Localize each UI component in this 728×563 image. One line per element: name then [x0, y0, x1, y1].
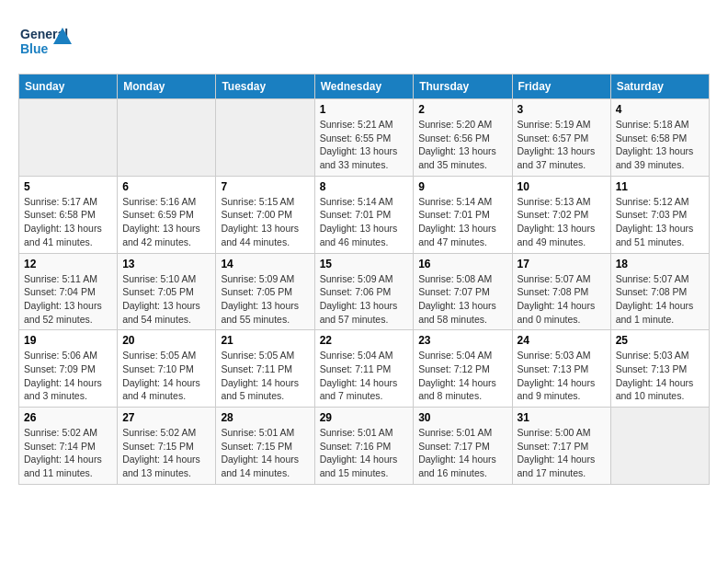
- day-detail: Sunrise: 5:12 AMSunset: 7:03 PMDaylight:…: [616, 195, 704, 249]
- day-number: 18: [616, 258, 704, 270]
- day-number: 24: [518, 334, 606, 347]
- calendar-week-row: 1Sunrise: 5:21 AMSunset: 6:55 PMDaylight…: [19, 99, 710, 177]
- day-detail: Sunrise: 5:00 AMSunset: 7:17 PMDaylight:…: [518, 426, 606, 480]
- calendar-cell: [610, 408, 709, 485]
- calendar-cell: [118, 99, 216, 177]
- day-number: 14: [221, 258, 309, 270]
- day-detail: Sunrise: 5:19 AMSunset: 6:57 PMDaylight:…: [518, 118, 606, 172]
- day-number: 2: [418, 103, 506, 116]
- day-detail: Sunrise: 5:05 AMSunset: 7:11 PMDaylight:…: [221, 349, 309, 403]
- logo-icon: General Blue: [18, 18, 74, 64]
- day-number: 15: [320, 258, 409, 270]
- calendar-cell: 30Sunrise: 5:01 AMSunset: 7:17 PMDayligh…: [414, 408, 512, 485]
- calendar-cell: 10Sunrise: 5:13 AMSunset: 7:02 PMDayligh…: [512, 176, 610, 253]
- day-number: 8: [320, 180, 409, 193]
- day-detail: Sunrise: 5:20 AMSunset: 6:56 PMDaylight:…: [418, 118, 506, 172]
- weekday-header-row: SundayMondayTuesdayWednesdayThursdayFrid…: [19, 75, 710, 99]
- day-number: 29: [320, 411, 409, 424]
- calendar-cell: 9Sunrise: 5:14 AMSunset: 7:01 PMDaylight…: [414, 176, 512, 253]
- day-number: 30: [418, 411, 506, 424]
- calendar-cell: 11Sunrise: 5:12 AMSunset: 7:03 PMDayligh…: [610, 176, 709, 253]
- day-detail: Sunrise: 5:14 AMSunset: 7:01 PMDaylight:…: [418, 195, 506, 249]
- calendar-cell: 3Sunrise: 5:19 AMSunset: 6:57 PMDaylight…: [512, 99, 610, 177]
- weekday-header-cell: Tuesday: [216, 75, 314, 99]
- day-detail: Sunrise: 5:21 AMSunset: 6:55 PMDaylight:…: [320, 118, 409, 172]
- calendar-table: SundayMondayTuesdayWednesdayThursdayFrid…: [18, 74, 710, 485]
- calendar-cell: 17Sunrise: 5:07 AMSunset: 7:08 PMDayligh…: [512, 253, 610, 330]
- calendar-cell: [216, 99, 314, 177]
- day-number: 4: [616, 103, 704, 116]
- day-number: 1: [320, 103, 409, 116]
- calendar-cell: 4Sunrise: 5:18 AMSunset: 6:58 PMDaylight…: [610, 99, 709, 177]
- day-detail: Sunrise: 5:01 AMSunset: 7:16 PMDaylight:…: [320, 426, 409, 480]
- day-detail: Sunrise: 5:09 AMSunset: 7:05 PMDaylight:…: [221, 272, 309, 327]
- day-detail: Sunrise: 5:07 AMSunset: 7:08 PMDaylight:…: [616, 272, 704, 327]
- calendar-week-row: 19Sunrise: 5:06 AMSunset: 7:09 PMDayligh…: [19, 330, 710, 408]
- day-number: 21: [221, 334, 309, 347]
- weekday-header-cell: Wednesday: [314, 75, 414, 99]
- day-number: 27: [122, 411, 210, 424]
- calendar-cell: 1Sunrise: 5:21 AMSunset: 6:55 PMDaylight…: [314, 99, 414, 177]
- calendar-cell: 19Sunrise: 5:06 AMSunset: 7:09 PMDayligh…: [19, 330, 118, 408]
- calendar-cell: 28Sunrise: 5:01 AMSunset: 7:15 PMDayligh…: [216, 408, 314, 485]
- day-number: 3: [518, 103, 606, 116]
- day-detail: Sunrise: 5:04 AMSunset: 7:11 PMDaylight:…: [320, 349, 409, 403]
- calendar-cell: 6Sunrise: 5:16 AMSunset: 6:59 PMDaylight…: [118, 176, 216, 253]
- day-number: 28: [221, 411, 309, 424]
- calendar-cell: 15Sunrise: 5:09 AMSunset: 7:06 PMDayligh…: [314, 253, 414, 330]
- day-number: 22: [320, 334, 409, 347]
- calendar-week-row: 12Sunrise: 5:11 AMSunset: 7:04 PMDayligh…: [19, 253, 710, 330]
- calendar-cell: [19, 99, 118, 177]
- day-number: 13: [122, 258, 210, 270]
- day-number: 23: [418, 334, 506, 347]
- calendar-cell: 8Sunrise: 5:14 AMSunset: 7:01 PMDaylight…: [314, 176, 414, 253]
- day-number: 10: [518, 180, 606, 193]
- weekday-header-cell: Friday: [512, 75, 610, 99]
- day-detail: Sunrise: 5:01 AMSunset: 7:17 PMDaylight:…: [418, 426, 506, 480]
- calendar-cell: 18Sunrise: 5:07 AMSunset: 7:08 PMDayligh…: [610, 253, 709, 330]
- logo: General Blue: [18, 18, 74, 64]
- day-detail: Sunrise: 5:18 AMSunset: 6:58 PMDaylight:…: [616, 118, 704, 172]
- weekday-header-cell: Thursday: [414, 75, 512, 99]
- calendar-cell: 29Sunrise: 5:01 AMSunset: 7:16 PMDayligh…: [314, 408, 414, 485]
- calendar-cell: 23Sunrise: 5:04 AMSunset: 7:12 PMDayligh…: [414, 330, 512, 408]
- page-header: General Blue: [18, 18, 710, 64]
- day-detail: Sunrise: 5:07 AMSunset: 7:08 PMDaylight:…: [518, 272, 606, 327]
- day-detail: Sunrise: 5:13 AMSunset: 7:02 PMDaylight:…: [518, 195, 606, 249]
- svg-text:Blue: Blue: [20, 41, 49, 56]
- day-number: 26: [24, 411, 112, 424]
- day-number: 16: [418, 258, 506, 270]
- day-detail: Sunrise: 5:08 AMSunset: 7:07 PMDaylight:…: [418, 272, 506, 327]
- day-number: 5: [24, 180, 112, 193]
- day-detail: Sunrise: 5:05 AMSunset: 7:10 PMDaylight:…: [122, 349, 210, 403]
- calendar-cell: 2Sunrise: 5:20 AMSunset: 6:56 PMDaylight…: [414, 99, 512, 177]
- day-number: 25: [616, 334, 704, 347]
- calendar-cell: 22Sunrise: 5:04 AMSunset: 7:11 PMDayligh…: [314, 330, 414, 408]
- calendar-cell: 26Sunrise: 5:02 AMSunset: 7:14 PMDayligh…: [19, 408, 118, 485]
- day-detail: Sunrise: 5:02 AMSunset: 7:14 PMDaylight:…: [24, 426, 112, 480]
- day-detail: Sunrise: 5:10 AMSunset: 7:05 PMDaylight:…: [122, 272, 210, 327]
- day-detail: Sunrise: 5:17 AMSunset: 6:58 PMDaylight:…: [24, 195, 112, 249]
- day-number: 20: [122, 334, 210, 347]
- weekday-header-cell: Saturday: [610, 75, 709, 99]
- calendar-cell: 12Sunrise: 5:11 AMSunset: 7:04 PMDayligh…: [19, 253, 118, 330]
- day-detail: Sunrise: 5:14 AMSunset: 7:01 PMDaylight:…: [320, 195, 409, 249]
- day-detail: Sunrise: 5:11 AMSunset: 7:04 PMDaylight:…: [24, 272, 112, 327]
- calendar-cell: 14Sunrise: 5:09 AMSunset: 7:05 PMDayligh…: [216, 253, 314, 330]
- day-number: 12: [24, 258, 112, 270]
- day-number: 19: [24, 334, 112, 347]
- calendar-cell: 27Sunrise: 5:02 AMSunset: 7:15 PMDayligh…: [118, 408, 216, 485]
- day-detail: Sunrise: 5:15 AMSunset: 7:00 PMDaylight:…: [221, 195, 309, 249]
- day-detail: Sunrise: 5:02 AMSunset: 7:15 PMDaylight:…: [122, 426, 210, 480]
- weekday-header-cell: Monday: [118, 75, 216, 99]
- day-detail: Sunrise: 5:03 AMSunset: 7:13 PMDaylight:…: [518, 349, 606, 403]
- day-number: 7: [221, 180, 309, 193]
- day-number: 9: [418, 180, 506, 193]
- calendar-cell: 24Sunrise: 5:03 AMSunset: 7:13 PMDayligh…: [512, 330, 610, 408]
- day-detail: Sunrise: 5:04 AMSunset: 7:12 PMDaylight:…: [418, 349, 506, 403]
- calendar-cell: 25Sunrise: 5:03 AMSunset: 7:13 PMDayligh…: [610, 330, 709, 408]
- day-number: 17: [518, 258, 606, 270]
- calendar-cell: 7Sunrise: 5:15 AMSunset: 7:00 PMDaylight…: [216, 176, 314, 253]
- day-number: 11: [616, 180, 704, 193]
- day-number: 31: [518, 411, 606, 424]
